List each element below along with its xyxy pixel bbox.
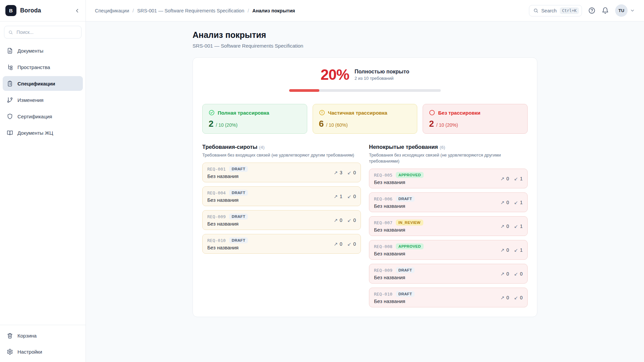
requirement-card[interactable]: REQ-010 DRAFT Без названия ↗0 ↙0 xyxy=(369,288,528,307)
no-trace-card: Без трассировки 2 / 10 (20%) xyxy=(423,104,528,134)
status-badge: DRAFT xyxy=(396,196,415,202)
outgoing-count: 0 xyxy=(340,241,342,247)
requirement-card[interactable]: REQ-005 APPROVED Без названия ↗0 ↙1 xyxy=(369,169,528,188)
outgoing-arrow-icon: ↗ xyxy=(500,271,504,277)
requirement-card[interactable]: REQ-006 DRAFT Без названия ↗0 ↙1 xyxy=(369,192,528,212)
trace-stat-cards: Полная трассировка 2 / 10 (20%) Частична… xyxy=(202,104,528,134)
file-text-icon xyxy=(7,48,13,54)
sidebar-item-label: Сертификация xyxy=(17,114,52,119)
requirement-id: REQ-009 xyxy=(374,268,392,273)
sidebar-item-documents[interactable]: Документы xyxy=(3,43,83,58)
sidebar: B Boroda Документы Пространства Специф xyxy=(0,0,86,362)
partial-trace-detail: / 10 (60%) xyxy=(326,122,348,128)
incoming-arrow-icon: ↙ xyxy=(514,200,518,205)
requirement-card[interactable]: REQ-010 DRAFT Без названия ↗0 ↙0 xyxy=(202,234,361,254)
incoming-count: 0 xyxy=(353,194,356,199)
outgoing-arrow-icon: ↗ xyxy=(334,241,338,247)
topbar-actions: Search Ctrl+K TU xyxy=(529,4,635,17)
sidebar-item-lifecycle-docs[interactable]: Документы ЖЦ xyxy=(3,125,83,140)
requirement-card[interactable]: REQ-008 APPROVED Без названия ↗0 ↙1 xyxy=(369,240,528,260)
full-trace-value: 2 xyxy=(209,119,213,128)
incoming-arrow-icon: ↙ xyxy=(347,218,351,223)
outgoing-count: 0 xyxy=(506,247,509,253)
requirement-id: REQ-010 xyxy=(207,238,226,243)
requirement-card[interactable]: REQ-004 DRAFT Без названия ↗1 ↙0 xyxy=(202,186,361,206)
orphans-count: (4) xyxy=(259,145,265,150)
orphan-requirements-column: Требования-сироты(4) Требования без вход… xyxy=(202,144,361,307)
avatar[interactable]: TU xyxy=(615,4,628,17)
sidebar-item-changes[interactable]: Изменения xyxy=(3,93,83,107)
status-badge: APPROVED xyxy=(396,243,424,249)
sidebar-item-trash[interactable]: Корзина xyxy=(3,328,83,343)
bell-icon xyxy=(602,7,609,14)
sidebar-item-spaces[interactable]: Пространства xyxy=(3,60,83,74)
incoming-count: 0 xyxy=(353,170,356,175)
requirement-card[interactable]: REQ-007 IN_REVIEW Без названия ↗0 ↙1 xyxy=(369,216,528,236)
coverage-panel: 20% Полностью покрыто 2 из 10 требований… xyxy=(193,57,537,317)
incoming-count: 0 xyxy=(520,271,523,277)
status-badge: DRAFT xyxy=(229,214,248,220)
sidebar-item-certification[interactable]: Сертификация xyxy=(3,109,83,124)
requirement-id: REQ-006 xyxy=(374,196,392,201)
requirement-card[interactable]: REQ-009 DRAFT Без названия ↗0 ↙0 xyxy=(369,264,528,284)
help-circle-icon xyxy=(588,7,595,14)
outgoing-count: 1 xyxy=(340,194,342,199)
status-badge: DRAFT xyxy=(396,291,415,297)
incoming-arrow-icon: ↙ xyxy=(514,295,518,300)
requirement-id: REQ-001 xyxy=(207,167,226,172)
shield-icon xyxy=(7,113,13,120)
requirement-name: Без названия xyxy=(207,197,248,203)
outgoing-arrow-icon: ↗ xyxy=(334,170,338,175)
sidebar-collapse-button[interactable] xyxy=(74,8,80,14)
requirement-id: REQ-009 xyxy=(207,214,226,219)
requirement-id: REQ-004 xyxy=(207,190,226,195)
sidebar-search-input[interactable] xyxy=(16,29,77,35)
full-trace-detail: / 10 (20%) xyxy=(216,122,237,128)
requirement-name: Без названия xyxy=(207,173,248,179)
requirement-id: REQ-007 xyxy=(374,220,392,225)
incoming-arrow-icon: ↙ xyxy=(347,194,351,199)
requirement-id: REQ-005 xyxy=(374,173,392,178)
requirement-card[interactable]: REQ-009 DRAFT Без названия ↗0 ↙0 xyxy=(202,210,361,230)
sidebar-item-settings[interactable]: Настройки xyxy=(3,344,83,359)
outgoing-arrow-icon: ↗ xyxy=(500,200,504,205)
search-icon xyxy=(533,8,538,13)
sidebar-item-specifications[interactable]: Спецификации xyxy=(3,76,83,91)
global-search-button[interactable]: Search Ctrl+K xyxy=(529,5,582,16)
notifications-button[interactable] xyxy=(602,7,609,14)
incoming-count: 0 xyxy=(353,218,356,223)
requirement-name: Без названия xyxy=(207,221,248,227)
sidebar-item-label: Настройки xyxy=(17,349,42,355)
outgoing-count: 0 xyxy=(506,271,509,277)
outgoing-count: 0 xyxy=(506,200,509,205)
outgoing-arrow-icon: ↗ xyxy=(334,194,338,199)
breadcrumb: Спецификации / SRS-001 — Software Requir… xyxy=(95,8,295,13)
uncovered-list: REQ-005 APPROVED Без названия ↗0 ↙1 xyxy=(369,169,528,307)
incoming-count: 0 xyxy=(353,241,356,247)
incoming-arrow-icon: ↙ xyxy=(514,271,518,277)
coverage-progress-bar xyxy=(289,89,441,92)
topbar: Спецификации / SRS-001 — Software Requir… xyxy=(86,0,644,21)
status-badge: IN_REVIEW xyxy=(396,220,423,226)
check-circle-icon xyxy=(209,110,215,116)
book-open-icon xyxy=(7,130,13,136)
breadcrumb-separator: / xyxy=(248,8,249,13)
orphans-description: Требования без входящих связей (не удовл… xyxy=(202,152,361,158)
breadcrumb-specifications[interactable]: Спецификации xyxy=(95,8,129,13)
coverage-summary: 20% Полностью покрыто 2 из 10 требований xyxy=(202,66,528,83)
user-menu[interactable]: TU xyxy=(615,4,635,17)
help-button[interactable] xyxy=(588,7,595,14)
incoming-count: 1 xyxy=(520,224,523,229)
status-badge: DRAFT xyxy=(229,190,248,196)
breadcrumb-separator: / xyxy=(132,8,134,13)
sidebar-search[interactable] xyxy=(4,26,82,39)
chevron-left-icon xyxy=(74,8,80,14)
requirement-card[interactable]: REQ-001 DRAFT Без названия ↗3 ↙0 xyxy=(202,163,361,182)
partial-trace-value: 6 xyxy=(319,119,324,128)
requirement-name: Без названия xyxy=(374,298,415,304)
breadcrumb-specification[interactable]: SRS-001 — Software Requirements Specific… xyxy=(137,8,244,13)
coverage-label: Полностью покрыто xyxy=(355,69,409,75)
coverage-sublabel: 2 из 10 требований xyxy=(355,76,409,81)
sidebar-item-label: Спецификации xyxy=(17,81,55,86)
status-badge: DRAFT xyxy=(396,267,415,273)
